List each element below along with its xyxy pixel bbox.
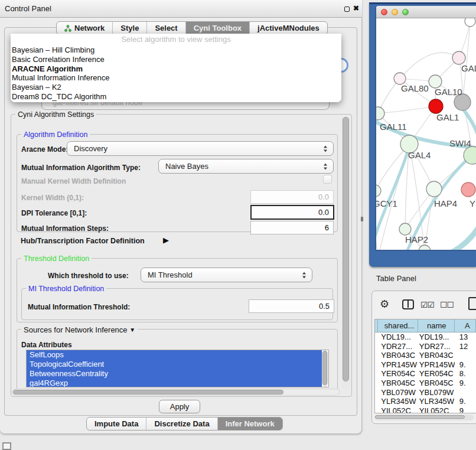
network-window-titlebar[interactable] xyxy=(376,6,476,18)
close-icon[interactable]: ✖ xyxy=(353,4,359,12)
node-gal80[interactable] xyxy=(394,73,406,84)
aracne-mode-combobox[interactable]: Discovery xyxy=(67,141,334,156)
table-row[interactable]: YDR27...YDR27...12 xyxy=(375,342,476,351)
which-threshold-combobox[interactable]: MI Threshold xyxy=(141,268,312,282)
unchecked-boxes-icon[interactable]: ☐☐ xyxy=(440,300,454,309)
cell[interactable]: YPR145W xyxy=(418,360,455,370)
table-row[interactable]: YIL052CYIL052C9 xyxy=(375,406,476,413)
cell[interactable]: YDR27... xyxy=(378,342,418,351)
node-gal1[interactable] xyxy=(429,99,443,113)
column-header-partial[interactable]: A xyxy=(455,319,476,332)
node-gal10[interactable] xyxy=(429,75,442,88)
tab-impute-data[interactable]: Impute Data xyxy=(87,418,146,430)
table-row[interactable]: YBL079WYBL079W xyxy=(375,388,476,397)
gear-icon[interactable]: ⚙ xyxy=(380,298,389,311)
mac-close-icon[interactable] xyxy=(381,9,387,15)
node-unlabeled[interactable] xyxy=(419,245,431,250)
node-gal11[interactable] xyxy=(376,107,384,120)
table-row[interactable]: YER054CYER054C8. xyxy=(375,369,476,379)
list-item[interactable]: SelfLoops xyxy=(27,350,322,360)
dropdown-item[interactable]: Basic Correlation Inference xyxy=(11,55,341,64)
tab-cyni-toolbox[interactable]: Cyni Toolbox xyxy=(185,22,249,34)
tab-select[interactable]: Select xyxy=(146,22,185,34)
tab-jactivemnodules[interactable]: jActiveMNodules xyxy=(249,22,327,34)
node-gal[interactable] xyxy=(452,51,465,64)
node-hap2[interactable] xyxy=(399,223,411,235)
table-row[interactable]: YPR145WYPR145W9. xyxy=(375,360,476,370)
dropdown-item[interactable]: Dream8 DC_TDC Algorithm xyxy=(11,92,341,102)
collapse-down-icon[interactable]: ▼ xyxy=(129,327,135,333)
mi-steps-field[interactable]: 6 xyxy=(250,221,334,234)
checked-boxes-icon[interactable]: ☑☑ xyxy=(420,300,434,309)
apply-button[interactable]: Apply xyxy=(159,400,200,413)
cell[interactable]: YBL079W xyxy=(378,388,418,397)
column-header-shared[interactable]: shared... xyxy=(378,319,418,332)
mac-minimize-icon[interactable] xyxy=(392,9,398,15)
attribute-list-scrollbar[interactable] xyxy=(322,350,328,387)
cell[interactable]: 9 xyxy=(455,406,476,413)
cell[interactable]: YIL052C xyxy=(418,406,455,413)
kernel-width-field[interactable]: 0.0 xyxy=(250,190,334,204)
dropdown-item[interactable]: Mutual Information Inference xyxy=(11,73,341,83)
dpi-tolerance-field[interactable]: 0.0 xyxy=(250,205,334,220)
scrollbar-thumb[interactable] xyxy=(13,390,283,394)
tab-infer-network[interactable]: Infer Network xyxy=(217,418,282,430)
cell[interactable]: 9. xyxy=(455,360,476,370)
cell[interactable]: 8. xyxy=(455,369,476,379)
node-y[interactable] xyxy=(461,182,475,197)
float-panel-icon[interactable] xyxy=(344,6,350,12)
dropdown-item[interactable]: Bayesian – Hill Climbing xyxy=(11,45,341,55)
document-icon[interactable] xyxy=(468,297,476,310)
cell[interactable]: YDL19... xyxy=(378,332,418,342)
cell[interactable]: YBR045C xyxy=(378,379,418,388)
cell[interactable]: YBR043C xyxy=(418,351,455,360)
cell[interactable]: YPR145W xyxy=(378,360,418,370)
cell[interactable]: YDR27... xyxy=(418,342,455,351)
cell[interactable]: 13 xyxy=(455,332,476,342)
table-row[interactable]: YDL19...YDL19...13 xyxy=(375,332,476,342)
cell[interactable]: YIL052C xyxy=(378,406,418,413)
scrollbar-thumb[interactable] xyxy=(375,415,465,419)
list-item[interactable]: BetweennessCentrality xyxy=(27,369,322,379)
cell[interactable]: YBR043C xyxy=(378,351,418,360)
node-unlabeled[interactable] xyxy=(465,18,475,27)
cell[interactable]: 9. xyxy=(455,379,476,388)
collapsed-panel-icon[interactable] xyxy=(2,442,11,450)
panel-splitter-handle[interactable] xyxy=(361,217,363,221)
tab-style[interactable]: Style xyxy=(112,22,146,34)
dropdown-item-selected[interactable]: ARACNE Algorithm xyxy=(11,64,341,74)
cell[interactable]: YDL19... xyxy=(418,332,455,342)
mi-threshold-field[interactable]: 0.5 xyxy=(249,299,334,313)
cell[interactable]: YER054C xyxy=(418,369,455,379)
cell[interactable] xyxy=(455,388,476,397)
cell[interactable]: 12 xyxy=(455,342,476,351)
scrollbar-thumb[interactable] xyxy=(343,117,349,381)
tab-discretize-data[interactable]: Discretize Data xyxy=(146,418,217,430)
table-row[interactable]: YLR345WYLR345W9. xyxy=(375,397,476,406)
node-gcy1[interactable] xyxy=(376,185,381,197)
cell[interactable]: YER054C xyxy=(378,369,418,379)
settings-vertical-scrollbar[interactable] xyxy=(341,116,350,390)
cell[interactable]: YLR345W xyxy=(378,397,418,406)
list-item[interactable]: TopologicalCoefficient xyxy=(27,360,322,369)
column-view-icon[interactable] xyxy=(402,299,414,309)
cell[interactable]: YBR045C xyxy=(418,379,455,388)
tab-network[interactable]: Network xyxy=(57,22,112,34)
table-horizontal-scrollbar[interactable] xyxy=(374,415,474,420)
scrollbar-thumb[interactable] xyxy=(322,351,327,385)
node-hap4[interactable] xyxy=(426,181,442,197)
mac-zoom-icon[interactable] xyxy=(402,9,409,15)
table-row[interactable]: YBR043CYBR043C xyxy=(375,351,476,360)
cell[interactable] xyxy=(455,351,476,360)
cell[interactable]: 9. xyxy=(455,397,476,406)
expand-right-icon[interactable]: ▶ xyxy=(163,236,169,244)
cell[interactable]: YLR345W xyxy=(418,397,455,406)
table-row[interactable]: YBR045CYBR045C9. xyxy=(375,379,476,388)
column-header-name[interactable]: name xyxy=(418,319,455,332)
dropdown-item[interactable]: Bayesian – K2 xyxy=(11,83,341,92)
list-item[interactable]: gal4RGexp xyxy=(27,379,322,387)
network-canvas[interactable]: GAL GAL80 GAL10 GAL1 GAL11 SWI4 GAL4 GCY… xyxy=(376,18,476,250)
settings-horizontal-scrollbar[interactable] xyxy=(12,389,340,396)
mi-type-combobox[interactable]: Naive Bayes xyxy=(158,159,334,174)
manual-kernel-checkbox[interactable] xyxy=(323,175,332,184)
